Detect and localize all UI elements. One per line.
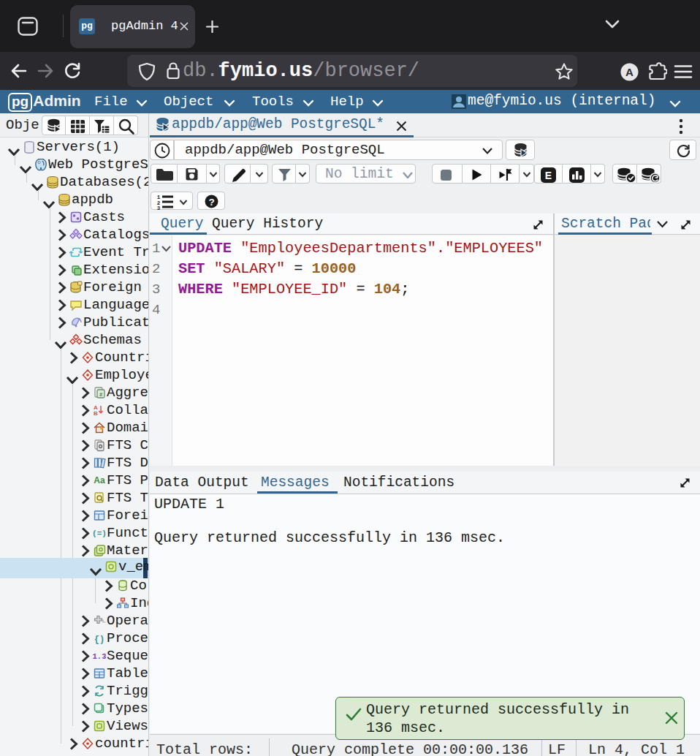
svg-text:A: A (625, 66, 634, 78)
svg-text:?: ? (208, 197, 214, 208)
svg-text:E: E (545, 170, 552, 181)
svg-text:3: 3 (157, 205, 161, 210)
